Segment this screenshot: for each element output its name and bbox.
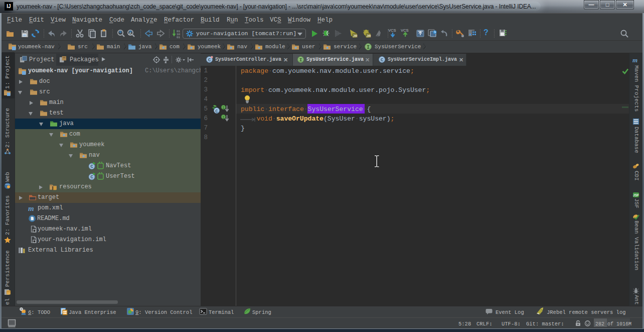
svg-text:JR: JR: [367, 34, 371, 38]
svg-text:I: I: [222, 106, 225, 110]
svg-text:I: I: [222, 116, 225, 120]
svg-text:01: 01: [177, 36, 181, 38]
svg-text:VCS: VCS: [401, 28, 408, 33]
svg-text:C: C: [215, 109, 218, 114]
svg-text:A: A: [129, 31, 132, 36]
svg-text:VCS: VCS: [388, 28, 396, 33]
svg-text:JR: JR: [353, 34, 358, 38]
svg-text:JSF: JSF: [633, 193, 639, 197]
